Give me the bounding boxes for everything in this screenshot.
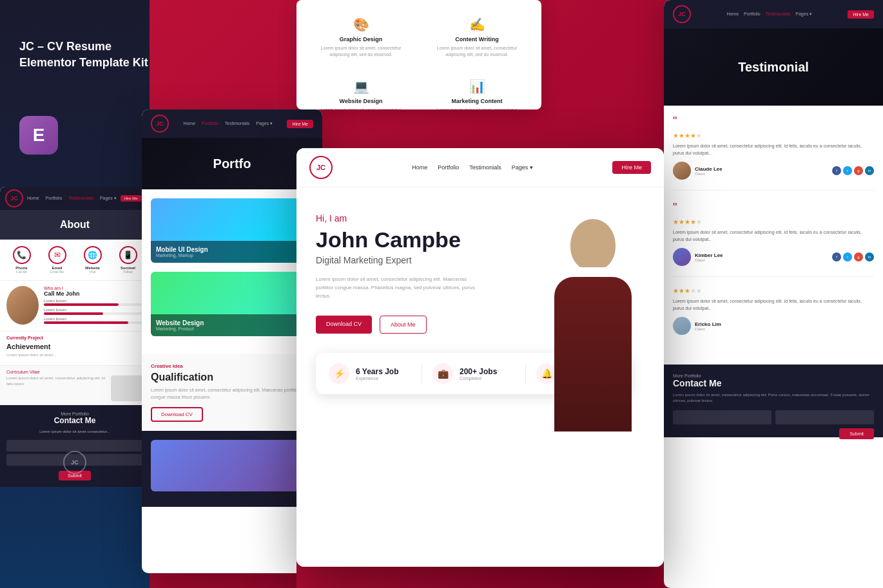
portfolio-item-mobile: Mobile UI Design Marketing, Markup [151,198,313,263]
phone-icon-item: 📞 Phone Call Me [13,246,31,274]
contact-img [151,440,313,491]
hero-card: JC Home Portfolio Testimonials Pages ▾ H… [296,148,664,567]
facebook-icon-2[interactable]: f [832,252,841,261]
stat-experience: ⚡ 6 Years Job Experience [329,363,422,384]
marketing-icon: 📊 [429,79,525,94]
about-snippet: JC Home Portfolio Testimonials Pages ▾ H… [0,187,150,487]
cv-section: Curriculum Vitae Lorem ipsum dolor sit a… [0,365,150,405]
kit-title: JC – CV Resume Elementor Template Kit [19,39,148,71]
social-links-2: f t g in [832,252,874,261]
service-marketing: 📊 Marketing Content Lorem ipsum dolor si… [423,72,531,109]
hero-nav: Home Portfolio Testimonials Pages ▾ [412,164,533,171]
stars-2: ★★★★★ [673,218,874,225]
contact-me-right: More Portfolio Contact Me Lorem ipsum do… [664,365,883,437]
jobs-icon: 💼 [432,363,453,384]
portfolio-mobile-img: Mobile UI Design Marketing, Markup [151,198,313,263]
jc-circle-bottom: JC [63,451,86,474]
social-icon-item: 📱 Socimel Follow [119,246,137,274]
linkedin-icon[interactable]: in [865,166,874,175]
download-cv-hero-btn[interactable]: Download CV [316,316,372,334]
testimonial-item-1: " ★★★★★ Lorem ipsum dolor sit amet, cons… [673,115,874,191]
portfolio-items: Mobile UI Design Marketing, Markup Websi… [142,189,322,354]
jc-logo-right: JC [673,5,691,23]
testimonial-hero: Testimonial [664,28,883,106]
testimonial-panel: JC Home Portfolio Testimonials Pages ▾ H… [664,0,883,588]
contact-submit-btn[interactable]: Submit [839,428,874,439]
hero-body: Hi, I am John Campbe Digital Marketing E… [296,187,664,567]
contact-email-input[interactable] [775,410,874,424]
stars-1: ★★★★★ [673,132,874,139]
hero-person [529,187,657,432]
hero-header: JC Home Portfolio Testimonials Pages ▾ H… [296,148,664,187]
testimonial-item-2: " ★★★★★ Lorem ipsum dolor sit amet, cons… [673,201,874,277]
person-body [554,277,632,432]
service-graphic-design: 🎨 Graphic Design Lorem ipsum dolor sit a… [307,10,415,64]
portfolio-hire-btn[interactable]: Hire Me [287,120,313,128]
social-links-1: f t g in [832,166,874,175]
portfolio-header: JC Home Portfolio Testimonials Pages ▾ H… [142,109,322,138]
service-content-writing: ✍ Content Writing Lorem ipsum dolor sit … [423,10,531,64]
jc-logo-portfolio: JC [151,115,169,133]
services-card: 🎨 Graphic Design Lorem ipsum dolor sit a… [296,0,541,109]
google-icon-2[interactable]: g [854,252,863,261]
avatar [6,286,39,325]
jc-logo-hero: JC [309,156,333,179]
portfolio-web-img: Website Design Marketing, Product [151,272,313,336]
who-am-i: Who am I Call Me John Lorem Ipsum Lorem … [0,280,150,331]
facebook-icon[interactable]: f [832,166,841,175]
testimonial-item-3: ★★★★★ Lorem ipsum dolor sit amet, consec… [673,287,874,345]
content-writing-icon: ✍ [429,17,525,32]
quote-icon-2: " [673,201,874,214]
about-me-btn[interactable]: About Me [380,316,427,334]
hero-desc: Lorem ipsum dolor sit amet, consectetur … [316,276,483,300]
testimonial-items: " ★★★★★ Lorem ipsum dolor sit amet, cons… [664,106,883,365]
about-hire-btn[interactable]: Hire Me [121,195,142,202]
hire-me-btn[interactable]: Hire Me [612,161,651,174]
pages-dropdown[interactable]: Pages ▾ [512,164,534,171]
graphic-design-icon: 🎨 [313,17,409,32]
person-head [570,219,616,270]
reviewer-3: Ericko Lim Client [673,317,721,335]
contact-me-about: More Portfolio Contact Me Lorem ipsum do… [0,405,150,486]
avatar-1 [673,162,691,180]
avatar-3 [673,317,691,335]
web-design-icon: 💻 [313,79,409,94]
twitter-icon[interactable]: t [843,166,852,175]
contact-name-input[interactable] [673,410,771,424]
person-illustration [541,213,645,432]
left-panel: JC – CV Resume Elementor Template Kit E … [0,0,150,588]
about-nav-links: Home Portfolio Testimonials Pages ▾ [27,196,117,201]
testimonial-hire-btn[interactable]: Hire Me [848,10,874,19]
qualification-section: Creative Idea Qualification Lorem ipsum … [142,354,322,431]
twitter-icon-2[interactable]: t [843,252,852,261]
contact-icons: 📞 Phone Call Me ✉ Email Email Me 🌐 Websi… [0,240,150,280]
experience-icon: ⚡ [329,363,349,384]
about-section-title: About [0,210,150,240]
testimonial-nav: Home Portfolio Testimonials Pages ▾ [726,12,812,17]
about-nav: JC Home Portfolio Testimonials Pages ▾ H… [0,187,150,210]
google-icon[interactable]: g [854,166,863,175]
reviewer-1: Claude Lee Client [673,162,723,180]
portfolio-hero: Portfo [142,138,322,189]
reviewer-2: Kimber Lee Client [673,248,723,266]
email-icon-item: ✉ Email Email Me [48,246,66,274]
jc-logo-about: JC [5,189,23,207]
avatar-2 [673,248,691,266]
quote-icon-1: " [673,115,874,128]
portfolio-contact [142,431,322,507]
download-cv-btn[interactable]: Download CV [151,407,203,422]
portfolio-item-web: Website Design Marketing, Product [151,272,313,336]
stars-3: ★★★★★ [673,287,874,294]
testimonial-header: JC Home Portfolio Testimonials Pages ▾ H… [664,0,883,28]
linkedin-icon-2[interactable]: in [865,252,874,261]
elementor-logo: E [19,116,58,155]
achievement: Currently Project Achievement Lorem ipsu… [0,331,150,365]
stat-jobs: 💼 200+ Jobs Completed [432,363,526,384]
portfolio-card: JC Home Portfolio Testimonials Pages ▾ H… [142,109,322,573]
website-icon-item: 🌐 Website Visit [84,246,102,274]
service-web-design: 💻 Website Design Lorem ipsum dolor sit a… [307,72,415,109]
